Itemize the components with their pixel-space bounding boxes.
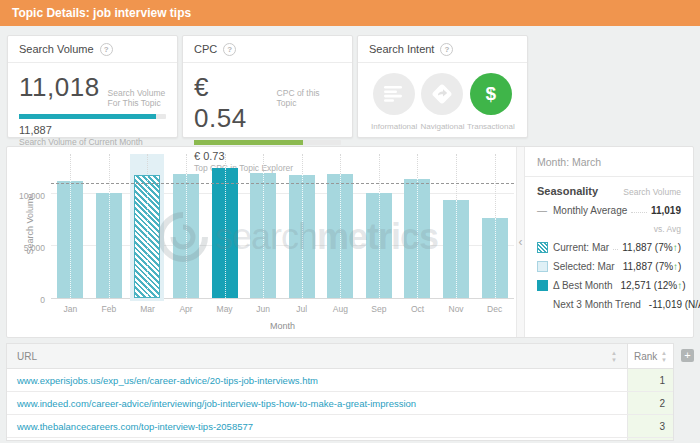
bar-slot-sep[interactable] xyxy=(360,154,399,298)
volume-bar-dec[interactable] xyxy=(482,218,508,298)
search-volume-card-title: Search Volume xyxy=(19,43,94,55)
add-column-button[interactable]: + xyxy=(681,349,694,362)
monthly-average-row: — Monthly Average 11,019 xyxy=(537,205,681,216)
best-month-row: Δ Best Month 12,571 (12%↑) xyxy=(537,280,681,291)
cpc-card-title: CPC xyxy=(194,43,217,55)
volume-bar-aug[interactable] xyxy=(327,174,353,298)
seasonality-column-label: Search Volume xyxy=(623,187,681,197)
help-icon[interactable]: ? xyxy=(440,43,453,56)
best-month-legend-icon xyxy=(537,280,548,291)
x-tick-dec: Dec xyxy=(475,304,514,314)
x-tick-mar: Mar xyxy=(128,304,167,314)
current-month-row: Current: Mar 11,887 (7%↑) xyxy=(537,242,681,253)
volume-bar-oct[interactable] xyxy=(404,179,430,298)
intent-label: Informational xyxy=(370,122,418,131)
table-row: www.experisjobs.us/exp_us/en/career-advi… xyxy=(7,369,673,392)
search-volume-progress-fill xyxy=(19,114,156,119)
current-month-volume-label: Search Volume of Current Month xyxy=(19,137,166,147)
intent-label: Navigational xyxy=(418,122,466,131)
help-icon[interactable]: ? xyxy=(100,43,113,56)
plus-icon: + xyxy=(684,350,690,361)
monthly-average-line xyxy=(51,183,514,184)
bar-slot-jun[interactable] xyxy=(244,154,283,298)
bar-slot-may[interactable] xyxy=(205,154,244,298)
cpc-card: CPC ? € 0.54 CPC of this Topic € 0.73 To… xyxy=(182,35,353,138)
url-rank-table: URL ▲▼ Rank ▲▼ www.experisjobs.us/exp_us… xyxy=(6,343,674,441)
bar-slot-jan[interactable] xyxy=(51,154,90,298)
volume-bar-jan[interactable] xyxy=(57,181,83,298)
x-tick-apr: Apr xyxy=(167,304,206,314)
volume-bar-apr[interactable] xyxy=(173,174,199,298)
search-volume-progress-track xyxy=(19,114,166,119)
rank-value: 2 xyxy=(627,392,673,414)
bar-slot-aug[interactable] xyxy=(321,154,360,298)
page-title: Topic Details: job interview tips xyxy=(0,0,700,26)
intent-navigational: Navigational xyxy=(418,73,466,131)
bar-slot-dec[interactable] xyxy=(475,154,514,298)
x-tick-sep: Sep xyxy=(360,304,399,314)
x-axis-title: Month xyxy=(51,321,514,331)
y-tick-5000: 5,000 xyxy=(9,243,45,253)
volume-bar-may[interactable] xyxy=(212,168,238,298)
url-link[interactable]: www.indeed.com/career-advice/interviewin… xyxy=(7,392,627,414)
chart-plot xyxy=(51,154,514,299)
navigational-arrow-icon xyxy=(421,73,463,115)
x-tick-feb: Feb xyxy=(90,304,129,314)
url-link[interactable]: www.thebalancecareers.com/top-interview-… xyxy=(7,415,627,437)
volume-bar-mar[interactable] xyxy=(134,175,160,298)
url-link[interactable]: www.experisjobs.us/exp_us/en/career-advi… xyxy=(7,369,627,391)
bar-slot-mar[interactable] xyxy=(128,154,167,298)
intent-label: Transactional xyxy=(467,122,515,131)
bar-slot-jul[interactable] xyxy=(282,154,321,298)
search-volume-value: 11,018 xyxy=(19,72,100,103)
bar-slots xyxy=(51,154,514,298)
average-dash-icon: — xyxy=(537,205,548,216)
help-icon[interactable]: ? xyxy=(223,43,236,56)
volume-bar-sep[interactable] xyxy=(366,193,392,298)
volume-bar-nov[interactable] xyxy=(443,200,469,298)
x-axis-labels: JanFebMarAprMayJunJulAugSepOctNovDec xyxy=(51,304,514,314)
url-column-header[interactable]: URL ▲▼ xyxy=(7,344,627,368)
transactional-dollar-icon: $ xyxy=(470,73,512,115)
cpc-progress-track xyxy=(194,140,341,145)
intent-transactional: $ Transactional xyxy=(467,73,515,131)
rank-sort-icon[interactable]: ▲▼ xyxy=(661,350,667,363)
volume-bar-feb[interactable] xyxy=(96,193,122,298)
url-sort-icon[interactable]: ▲▼ xyxy=(611,350,617,363)
table-row: www.indeed.com/career-advice/interviewin… xyxy=(7,392,673,415)
bar-slot-feb[interactable] xyxy=(90,154,129,298)
next-3-month-trend-row: Next 3 Month Trend -11,019 (N/A) xyxy=(553,299,681,310)
bar-slot-apr[interactable] xyxy=(167,154,206,298)
search-intent-card: Search Intent ? Informational xyxy=(357,35,528,138)
bar-slot-nov[interactable] xyxy=(437,154,476,298)
cpc-value-label: CPC of this Topic xyxy=(277,88,341,108)
monthly-average-value: 11,019 xyxy=(651,205,681,216)
intent-informational: Informational xyxy=(370,73,418,131)
volume-bar-jul[interactable] xyxy=(289,175,315,298)
y-tick-0: 0 xyxy=(9,295,45,305)
search-intent-card-title: Search Intent xyxy=(369,43,434,55)
y-tick-10000: 10,000 xyxy=(9,191,45,201)
cpc-progress-fill xyxy=(194,140,303,145)
bar-slot-oct[interactable] xyxy=(398,154,437,298)
volume-bar-jun[interactable] xyxy=(250,173,276,298)
x-tick-may: May xyxy=(205,304,244,314)
panel-collapse-handle[interactable]: ‹ xyxy=(516,147,525,337)
rank-column-header[interactable]: Rank ▲▼ xyxy=(627,344,673,368)
selected-month-row: Selected: Mar 11,887 (7%↑) xyxy=(537,261,681,272)
seasonality-panel: Month: March Seasonality Search Volume —… xyxy=(525,147,693,337)
table-row: www.thebalancecareers.com/top-interview-… xyxy=(7,415,673,438)
x-tick-aug: Aug xyxy=(321,304,360,314)
selected-month-legend-icon xyxy=(537,261,548,272)
vs-avg-label: vs. Avg xyxy=(537,224,681,234)
rank-value: 1 xyxy=(627,369,673,391)
current-month-volume: 11,887 xyxy=(19,124,166,136)
search-volume-value-label: Search Volume For This Topic xyxy=(108,88,166,108)
table-row-partial xyxy=(7,438,673,441)
informational-list-icon xyxy=(373,73,415,115)
x-tick-jul: Jul xyxy=(282,304,321,314)
x-tick-oct: Oct xyxy=(398,304,437,314)
x-tick-jan: Jan xyxy=(51,304,90,314)
metric-cards-row: Search Volume ? 11,018 Search Volume For… xyxy=(7,35,693,138)
selected-month-header: Month: March xyxy=(525,147,693,177)
